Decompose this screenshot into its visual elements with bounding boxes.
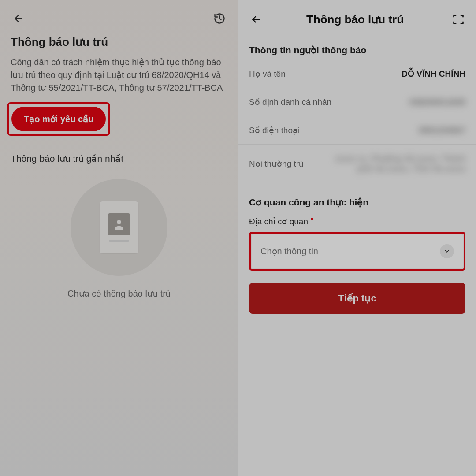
agency-section-title: Cơ quan công an thực hiện: [249, 197, 465, 208]
reporter-section-title: Thông tin người thông báo: [238, 35, 476, 60]
row-phone: Số điện thoại 0901234567: [238, 116, 476, 145]
empty-state: Chưa có thông báo lưu trú: [0, 175, 238, 299]
select-placeholder: Chọn thông tin: [260, 246, 318, 257]
select-highlight: Chọn thông tin: [249, 232, 465, 271]
name-value: ĐỖ VĨNH CHÍNH: [402, 69, 465, 79]
right-screen: Thông báo lưu trú Thông tin người thông …: [238, 0, 476, 476]
name-label: Họ và tên: [249, 69, 286, 79]
right-top-bar: Thông báo lưu trú: [238, 0, 476, 35]
empty-circle-bg: [71, 179, 167, 276]
page-description: Công dân có trách nhiệm thực hiện thủ tụ…: [0, 56, 238, 102]
row-residence: Nơi thường trú xxxxx xx, Phường Xã xxxxx…: [238, 145, 476, 182]
empty-text: Chưa có thông báo lưu trú: [67, 288, 171, 299]
agency-address-label: Địa chỉ cơ quan: [249, 216, 465, 227]
card-line: [109, 240, 129, 242]
required-dot-icon: [311, 218, 313, 220]
residence-label: Nơi thường trú: [249, 159, 304, 169]
page-title: Thông báo lưu trú: [0, 32, 238, 56]
row-id: Số định danh cá nhân 038200011839: [238, 88, 476, 116]
phone-value: 0901234567: [419, 126, 465, 135]
header-title: Thông báo lưu trú: [270, 13, 444, 26]
back-icon[interactable]: [11, 11, 26, 26]
left-screen: Thông báo lưu trú Công dân có trách nhiệ…: [0, 0, 238, 476]
row-name: Họ và tên ĐỖ VĨNH CHÍNH: [238, 60, 476, 88]
history-icon[interactable]: [212, 11, 227, 26]
id-value: 038200011839: [409, 97, 465, 107]
id-label: Số định danh cá nhân: [249, 97, 331, 107]
person-icon: [108, 213, 130, 235]
phone-label: Số điện thoại: [249, 125, 300, 135]
residence-value: xxxxx xx, Phường Xã xxxxx, Thành phố Hà …: [329, 153, 465, 174]
recent-section-title: Thông báo lưu trú gần nhất: [0, 136, 238, 175]
agency-address-select[interactable]: Chọn thông tin: [252, 234, 463, 268]
agency-section: Cơ quan công an thực hiện Địa chỉ cơ qua…: [238, 187, 476, 314]
back-icon[interactable]: [248, 11, 264, 27]
empty-card-icon: [100, 201, 138, 253]
chevron-down-icon: [440, 244, 454, 258]
continue-button[interactable]: Tiếp tục: [249, 283, 465, 314]
svg-point-0: [117, 220, 121, 224]
left-top-bar: [0, 0, 238, 32]
create-request-button[interactable]: Tạo mới yêu cầu: [11, 107, 106, 131]
create-highlight: Tạo mới yêu cầu: [7, 102, 110, 136]
scan-icon[interactable]: [450, 11, 466, 27]
